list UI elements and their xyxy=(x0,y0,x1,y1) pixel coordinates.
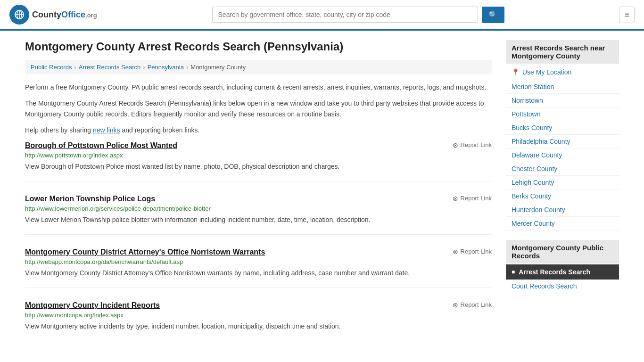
result-item: Lower Merion Township Police Logs ⊗ Repo… xyxy=(25,195,492,235)
breadcrumb-public-records[interactable]: Public Records xyxy=(31,64,72,71)
nearby-link-0[interactable]: Merion Station xyxy=(506,80,619,94)
nearby-link-9[interactable]: Hunterdon County xyxy=(506,203,619,217)
search-area: 🔍 xyxy=(212,7,504,23)
nearby-link-6[interactable]: Chester County xyxy=(506,162,619,176)
result-desc-3: View Montgomery active incidents by type… xyxy=(25,321,492,331)
nearby-section: Arrest Records Search near Montgomery Co… xyxy=(506,40,619,230)
active-icon: ■ xyxy=(512,269,515,275)
report-link-0[interactable]: ⊗ Report Link xyxy=(453,141,492,149)
public-records-title: Montgomery County Public Records xyxy=(506,240,619,263)
logo-icon xyxy=(9,5,29,25)
header: CountyOffice.org 🔍 ≡ xyxy=(0,0,644,31)
nearby-links-container: Merion StationNorristownPottstownBucks C… xyxy=(506,80,619,230)
menu-button[interactable]: ≡ xyxy=(619,7,635,23)
nearby-title: Arrest Records Search near Montgomery Co… xyxy=(506,40,619,64)
report-link-3[interactable]: ⊗ Report Link xyxy=(453,301,492,309)
nearby-link-2[interactable]: Pottstown xyxy=(506,107,619,121)
nearby-link-3[interactable]: Bucks County xyxy=(506,121,619,135)
result-desc-0: View Borough of Pottstown Police most wa… xyxy=(25,162,492,172)
report-icon-3: ⊗ xyxy=(453,301,458,309)
nearby-link-8[interactable]: Berks County xyxy=(506,189,619,203)
breadcrumb-montgomery: Montgomery County xyxy=(190,64,246,71)
use-my-location-label: Use My Location xyxy=(522,68,571,76)
report-icon-2: ⊗ xyxy=(453,248,458,255)
desc3-prefix: Help others by sharing xyxy=(25,126,93,134)
nearby-link-4[interactable]: Philadelphia County xyxy=(506,135,619,148)
desc2: The Montgomery County Arrest Records Sea… xyxy=(25,98,492,119)
result-url-0[interactable]: http://www.pottstown.org/index.aspx xyxy=(25,152,492,159)
nearby-link-1[interactable]: Norristown xyxy=(506,94,619,107)
location-icon: 📍 xyxy=(512,68,520,76)
result-header-1: Lower Merion Township Police Logs ⊗ Repo… xyxy=(25,195,492,203)
nearby-link-5[interactable]: Delaware County xyxy=(506,148,619,162)
nearby-link-10[interactable]: Mercer County xyxy=(506,217,619,230)
logo-area: CountyOffice.org xyxy=(9,5,97,25)
active-label: Arrest Records Search xyxy=(519,268,590,276)
report-label-0: Report Link xyxy=(461,141,492,148)
breadcrumb-pennsylvania[interactable]: Pennsylvania xyxy=(148,64,184,71)
search-button[interactable]: 🔍 xyxy=(482,7,504,23)
result-header-2: Montgomery County District Attorney's Of… xyxy=(25,248,492,256)
result-title-3[interactable]: Montgomery County Incident Reports xyxy=(25,301,160,310)
result-url-1[interactable]: http://www.lowermerion.org/services/poli… xyxy=(25,205,492,212)
nearby-link-7[interactable]: Lehigh County xyxy=(506,176,619,189)
logo-text: CountyOffice.org xyxy=(32,10,97,20)
report-icon-0: ⊗ xyxy=(453,141,458,149)
result-header-0: Borough of Pottstown Police Most Wanted … xyxy=(25,141,492,150)
section2-links-container: Court Records Search xyxy=(506,280,619,293)
report-label-1: Report Link xyxy=(461,195,492,202)
result-title-0[interactable]: Borough of Pottstown Police Most Wanted xyxy=(25,141,177,150)
result-title-1[interactable]: Lower Merion Township Police Logs xyxy=(25,195,155,203)
breadcrumb-sep-1: › xyxy=(74,64,76,71)
breadcrumb-sep-2: › xyxy=(143,64,145,71)
new-links-link[interactable]: new links xyxy=(93,126,120,134)
use-my-location-link[interactable]: 📍 Use My Location xyxy=(506,65,619,80)
report-label-2: Report Link xyxy=(461,248,492,255)
sidebar: Arrest Records Search near Montgomery Co… xyxy=(506,40,619,354)
result-item: Montgomery County Incident Reports ⊗ Rep… xyxy=(25,301,492,341)
result-desc-1: View Lower Merion Township police blotte… xyxy=(25,215,492,225)
desc1: Perform a free Montgomery County, PA pub… xyxy=(25,82,492,92)
search-input[interactable] xyxy=(212,7,478,23)
result-desc-2: View Montgomery County District Attorney… xyxy=(25,268,492,278)
desc3-suffix: and reporting broken links. xyxy=(120,126,200,134)
result-header-3: Montgomery County Incident Reports ⊗ Rep… xyxy=(25,301,492,310)
result-title-2[interactable]: Montgomery County District Attorney's Of… xyxy=(25,248,265,256)
public-records-section: Montgomery County Public Records ■ Arres… xyxy=(506,240,619,293)
result-url-2[interactable]: http://webapp.montcopa.org/da/benchwarra… xyxy=(25,258,492,265)
report-label-3: Report Link xyxy=(461,301,492,308)
result-item: Borough of Pottstown Police Most Wanted … xyxy=(25,141,492,181)
main-container: Montgomery County Arrest Records Search … xyxy=(16,31,628,362)
report-icon-1: ⊗ xyxy=(453,195,458,202)
search-icon: 🔍 xyxy=(488,11,498,19)
breadcrumb-arrest-records[interactable]: Arrest Records Search xyxy=(79,64,141,71)
arrest-records-active-item[interactable]: ■ Arrest Records Search xyxy=(506,264,619,280)
breadcrumb: Public Records › Arrest Records Search ›… xyxy=(25,60,492,74)
results-container: Borough of Pottstown Police Most Wanted … xyxy=(25,141,492,341)
desc3: Help others by sharing new links and rep… xyxy=(25,125,492,135)
page-title: Montgomery County Arrest Records Search … xyxy=(25,40,492,53)
section2-link-0[interactable]: Court Records Search xyxy=(506,280,619,293)
breadcrumb-sep-3: › xyxy=(186,64,188,71)
content-area: Montgomery County Arrest Records Search … xyxy=(25,40,492,354)
report-link-2[interactable]: ⊗ Report Link xyxy=(453,248,492,255)
result-url-3[interactable]: http://www.montcopa.org/index.aspx xyxy=(25,312,492,319)
menu-icon: ≡ xyxy=(624,10,629,19)
result-item: Montgomery County District Attorney's Of… xyxy=(25,248,492,288)
report-link-1[interactable]: ⊗ Report Link xyxy=(453,195,492,202)
